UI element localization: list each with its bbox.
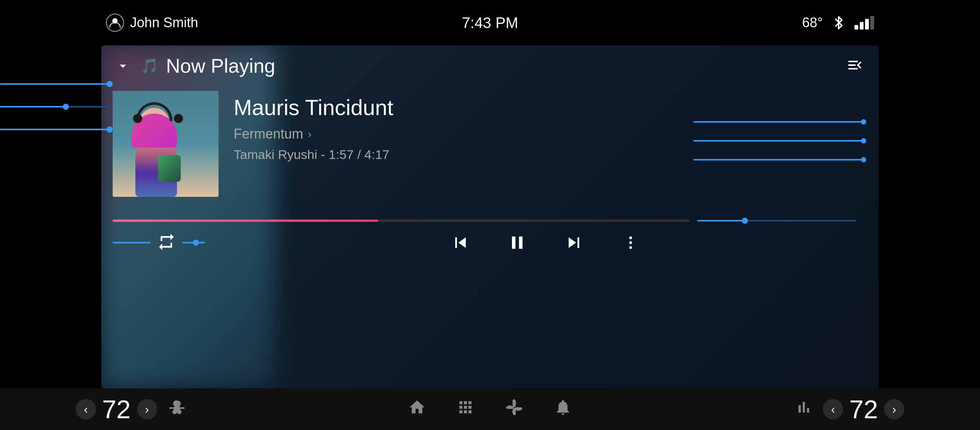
bottom-bar: ‹ 72 › <box>0 388 980 430</box>
user-avatar-icon <box>106 14 124 32</box>
status-time: 7:43 PM <box>462 14 519 31</box>
player-content: Mauris Tincidunt Fermentum › Tamaki Ryus… <box>101 83 879 197</box>
controls-row <box>101 222 879 256</box>
now-playing-title: Now Playing <box>166 54 275 77</box>
more-button[interactable] <box>617 229 644 256</box>
svg-point-2 <box>629 241 632 244</box>
bluetooth-icon <box>832 15 845 30</box>
music-note-icon: 🎵 <box>141 58 158 74</box>
climate-left: ‹ 72 › <box>76 395 185 424</box>
player-header: 🎵 Now Playing <box>101 45 879 83</box>
climate-right: ‹ 72 › <box>795 395 904 424</box>
previous-button[interactable] <box>447 229 474 256</box>
left-slider-1 <box>0 83 110 85</box>
bottom-nav-icons <box>408 398 572 421</box>
svg-point-3 <box>629 246 632 249</box>
status-right: 68° <box>802 15 874 31</box>
slider-track-2[interactable] <box>694 140 864 142</box>
left-decorative-sliders <box>0 83 110 130</box>
progress-slider-fill <box>697 220 745 221</box>
track-title: Mauris Tincidunt <box>234 94 864 120</box>
left-slider-3 <box>0 129 110 130</box>
slider-row-3 <box>694 159 864 160</box>
next-button[interactable] <box>561 229 587 256</box>
slider-track-1[interactable] <box>694 121 864 123</box>
progress-right-slider <box>697 220 864 221</box>
status-username: John Smith <box>130 15 198 31</box>
left-slider-2 <box>0 106 110 107</box>
status-left: John Smith <box>106 14 198 32</box>
home-button[interactable] <box>408 398 426 420</box>
progress-container <box>101 208 879 222</box>
left-temp-decrease-button[interactable]: ‹ <box>76 399 96 419</box>
player-card: 🎵 Now Playing <box>101 45 879 388</box>
playback-controls <box>228 229 864 256</box>
album-art <box>113 91 218 197</box>
status-temperature: 68° <box>802 15 823 31</box>
chevron-right-icon: › <box>308 128 312 141</box>
header-left: 🎵 Now Playing <box>113 54 275 77</box>
svg-point-1 <box>629 237 632 239</box>
status-bar: John Smith 7:43 PM 68° <box>0 0 980 45</box>
queue-button[interactable] <box>846 56 864 75</box>
slider-row-1 <box>694 121 864 123</box>
dropdown-button[interactable] <box>113 56 133 76</box>
right-vent-icon[interactable] <box>795 398 813 420</box>
right-temp-value: 72 <box>849 395 878 424</box>
left-temp-value: 72 <box>102 395 131 424</box>
notifications-button[interactable] <box>554 398 572 420</box>
progress-slider-track[interactable] <box>697 220 856 221</box>
slider-track-3[interactable] <box>694 159 864 160</box>
left-vent-icon[interactable] <box>167 398 185 420</box>
fan-button[interactable] <box>505 398 523 421</box>
slider-row-2 <box>694 140 864 142</box>
signal-icon <box>854 16 874 30</box>
pause-button[interactable] <box>504 229 530 256</box>
right-info-sliders <box>694 121 879 160</box>
right-temp-increase-button[interactable]: › <box>884 399 904 419</box>
apps-button[interactable] <box>457 398 474 420</box>
left-temp-increase-button[interactable]: › <box>137 399 157 419</box>
svg-point-4 <box>175 406 177 408</box>
right-temp-decrease-button[interactable]: ‹ <box>823 399 843 419</box>
repeat-area <box>113 232 205 253</box>
repeat-button[interactable] <box>156 232 176 253</box>
